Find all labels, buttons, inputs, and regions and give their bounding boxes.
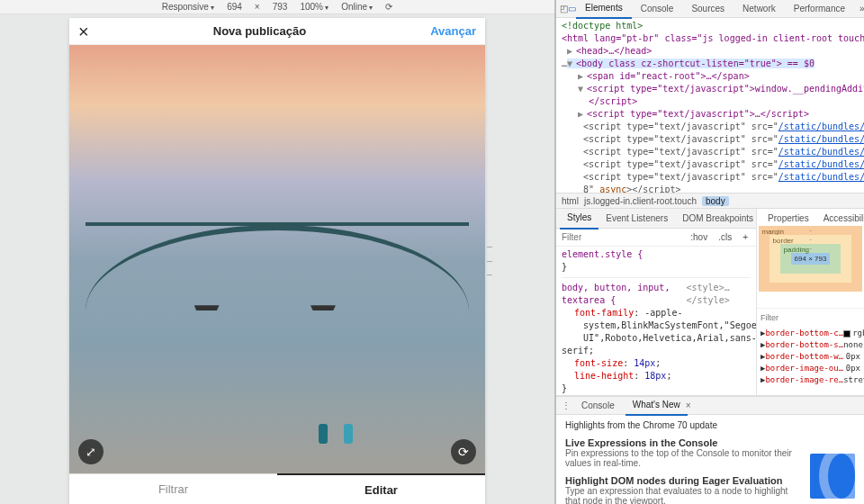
emulated-viewport: × Nova publicação Avançar ⤢ ⟳ Filtrar Ed… (69, 18, 485, 504)
tab-network[interactable]: Network (734, 0, 785, 18)
tabs-overflow-icon[interactable]: » (854, 4, 864, 14)
bc-body[interactable]: body (702, 196, 729, 206)
drawer-tab-whatsnew[interactable]: What's New (626, 396, 688, 416)
hov-toggle[interactable]: :hov (688, 232, 710, 242)
drawer-close-tab-icon[interactable]: × (686, 400, 691, 410)
styles-pane: Styles Event Listeners DOM Breakpoints P… (556, 209, 756, 395)
tab-elements[interactable]: Elements (576, 0, 632, 19)
box-content: 694 × 793 (791, 253, 831, 265)
elements-tree[interactable]: <!doctype html> <html lang="pt-br" class… (556, 18, 864, 193)
tab-sources[interactable]: Sources (682, 0, 734, 18)
drawer: ⋮ Console What's New × Highlights from t… (556, 396, 864, 504)
add-rule-button[interactable]: + (740, 232, 751, 242)
post-tabs: Filtrar Editar (69, 473, 485, 504)
expand-icon[interactable]: ⤢ (78, 439, 104, 464)
rotate-icon[interactable]: ⟳ (385, 2, 392, 12)
tab-edit[interactable]: Editar (277, 473, 485, 504)
post-modal-header: × Nova publicação Avançar (69, 18, 485, 45)
whatsnew-graphic (810, 454, 855, 499)
whatsnew-headline: Highlights from the Chrome 70 update (565, 420, 801, 430)
whatsnew-item2-body: Type an expression that evaluates to a n… (565, 486, 801, 504)
styles-filter-row: :hov .cls + (556, 229, 756, 247)
styles-tabbar: Styles Event Listeners DOM Breakpoints P… (556, 209, 756, 229)
computed-pane: margin- border- padding- 694 × 793 Show … (756, 209, 864, 395)
rotate-photo-icon[interactable]: ⟳ (451, 439, 476, 464)
device-mode-select[interactable]: Responsive (162, 2, 215, 12)
device-toolbar: Responsive 694 × 793 100% Online ⟳ (0, 0, 554, 14)
tab-console[interactable]: Console (632, 0, 683, 18)
modal-title: Nova publicação (213, 24, 306, 38)
drawer-menu-icon[interactable]: ⋮ (562, 400, 571, 410)
stab-dom[interactable]: DOM Breakpoints (675, 209, 760, 229)
style-rules[interactable]: element.style {} body, button, input, te… (556, 247, 756, 395)
devtools-panel: ◰ ▭ Elements Console Sources Network Per… (554, 0, 864, 504)
breadcrumbs[interactable]: html js.logged-in.client-root.touch body (556, 193, 864, 209)
viewport-dim-sep: × (255, 2, 260, 12)
devtools-tabbar: ◰ ▭ Elements Console Sources Network Per… (556, 0, 864, 18)
bc-html-class[interactable]: js.logged-in.client-root.touch (584, 196, 697, 206)
throttle-select[interactable]: Online (341, 2, 373, 12)
device-toggle-icon[interactable]: ▭ (568, 4, 576, 14)
tab-filter[interactable]: Filtrar (69, 474, 277, 504)
cls-toggle[interactable]: .cls (716, 232, 734, 242)
stab-listeners[interactable]: Event Listeners (598, 209, 675, 229)
styles-filter-input[interactable] (562, 232, 682, 242)
whatsnew-item1-body: Pin expressions to the top of the Consol… (565, 448, 801, 468)
computed-list[interactable]: ▶border-bottom-c…rgb( ▶border-bottom-s…n… (757, 326, 864, 395)
close-icon[interactable]: × (78, 22, 89, 40)
viewport-height-input[interactable]: 793 (273, 2, 288, 12)
device-mode-pane: Responsive 694 × 793 100% Online ⟳ × Nov… (0, 0, 554, 504)
post-photo: ⤢ ⟳ (69, 45, 485, 473)
advance-button[interactable]: Avançar (430, 24, 476, 38)
whatsnew-item2-title: Highlight DOM nodes during Eager Evaluat… (565, 475, 801, 486)
drawer-tabbar: ⋮ Console What's New × (556, 397, 864, 415)
computed-filter-input[interactable] (760, 313, 861, 322)
inspect-icon[interactable]: ◰ (560, 4, 568, 14)
whatsnew-item1-title: Live Expressions in the Console (565, 437, 801, 448)
resize-handle[interactable] (487, 247, 492, 275)
drawer-tab-console[interactable]: Console (574, 397, 622, 415)
viewport-width-input[interactable]: 694 (227, 2, 242, 12)
box-model[interactable]: margin- border- padding- 694 × 793 (757, 209, 864, 308)
zoom-select[interactable]: 100% (300, 2, 328, 12)
stab-styles[interactable]: Styles (560, 208, 598, 230)
bc-html[interactable]: html (562, 196, 579, 206)
tab-performance[interactable]: Performance (785, 0, 854, 18)
